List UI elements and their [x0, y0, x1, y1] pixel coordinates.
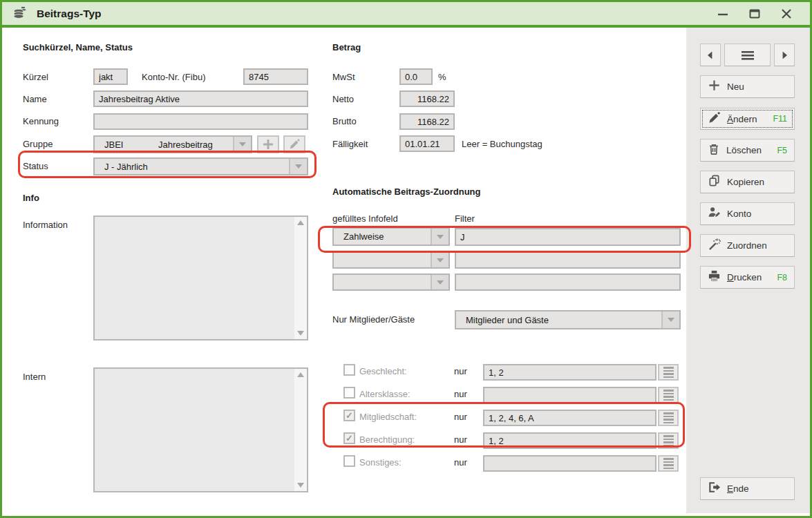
- wand-icon: [708, 238, 721, 253]
- mitgliedschaft-list-button[interactable]: [658, 410, 679, 426]
- sonstiges-list-button[interactable]: [658, 455, 679, 472]
- infofeld-select-1[interactable]: [332, 251, 450, 269]
- intern-textarea[interactable]: [93, 367, 308, 492]
- faelligkeit-input[interactable]: [399, 135, 455, 152]
- infofeld-select-0[interactable]: Zahlweise: [332, 227, 450, 246]
- netto-input[interactable]: [399, 90, 455, 107]
- gruppe-name: Jahresbeitrag: [142, 140, 233, 150]
- geschlecht-checkbox[interactable]: ✓: [343, 364, 355, 376]
- exit-icon: [708, 481, 721, 497]
- next-record-button[interactable]: [774, 44, 795, 66]
- konto-input[interactable]: [243, 68, 308, 85]
- berechtigung-input[interactable]: [483, 432, 657, 449]
- chevron-down-icon[interactable]: [661, 311, 679, 328]
- coins-icon: [12, 4, 28, 23]
- record-menu-button[interactable]: [724, 44, 771, 66]
- faelligkeit-hint: Leer = Buchungstag: [462, 139, 542, 149]
- neu-label: Neu: [727, 81, 744, 92]
- mitglieder-label: Nur Mitglieder/Gäste: [332, 314, 415, 325]
- information-scrollbar[interactable]: [294, 217, 307, 339]
- status-value: J - Jährlich: [95, 162, 289, 172]
- altersklasse-input[interactable]: [483, 387, 657, 403]
- drucken-button[interactable]: Drucken F8: [700, 266, 795, 289]
- sonstiges-label: Sonstiges:: [359, 457, 402, 468]
- chevron-down-icon[interactable]: [431, 253, 449, 267]
- name-input[interactable]: [93, 90, 308, 107]
- scroll-up-icon[interactable]: [297, 372, 304, 377]
- sonstiges-input[interactable]: [483, 455, 657, 472]
- kuerzel-input[interactable]: [93, 68, 128, 85]
- status-label: Status: [23, 161, 48, 171]
- section-heading-suchkuerzel: Suchkürzel, Name, Status: [23, 42, 133, 52]
- konto-label: Konto-Nr. (Fibu): [142, 72, 205, 82]
- close-icon[interactable]: [778, 6, 795, 22]
- aendern-button[interactable]: Ändern F11: [700, 108, 795, 130]
- scroll-down-icon[interactable]: [297, 331, 304, 336]
- brutto-label: Brutto: [332, 116, 357, 126]
- gruppe-add-button[interactable]: [257, 135, 279, 153]
- sonstiges-checkbox[interactable]: ✓: [343, 455, 355, 467]
- gruppe-label: Gruppe: [23, 139, 53, 149]
- gruppe-select[interactable]: JBEI Jahresbeitrag: [93, 135, 252, 153]
- sonstiges-nur-label: nur: [454, 457, 467, 468]
- zuordnen-button[interactable]: Zuordnen: [700, 234, 795, 257]
- kopieren-label: Kopieren: [727, 177, 764, 187]
- geschlecht-input[interactable]: [483, 364, 657, 381]
- chevron-down-icon[interactable]: [289, 159, 307, 174]
- filter-column-label: Filter: [455, 213, 475, 224]
- altersklasse-list-button[interactable]: [658, 387, 679, 403]
- chevron-down-icon[interactable]: [233, 137, 251, 152]
- chevron-down-icon[interactable]: [431, 229, 449, 244]
- brutto-input[interactable]: [399, 113, 455, 130]
- status-select[interactable]: J - Jährlich: [93, 157, 308, 175]
- berechtigung-list-button[interactable]: [658, 432, 679, 449]
- gruppe-edit-button[interactable]: [283, 135, 305, 153]
- check-icon: ✓: [346, 410, 353, 421]
- berechtigung-checkbox[interactable]: ✓: [343, 432, 355, 444]
- chevron-down-icon[interactable]: [431, 275, 449, 289]
- main-area: Suchkürzel, Name, Status Kürzel Konto-Nr…: [2, 28, 810, 513]
- geschlecht-list-button[interactable]: [658, 364, 679, 381]
- mwst-input[interactable]: [399, 68, 433, 85]
- konto-button[interactable]: Konto: [700, 202, 795, 225]
- ende-button[interactable]: Ende: [700, 477, 795, 500]
- window-title: Beitrags-Typ: [37, 8, 102, 20]
- mitgliedschaft-label: Mitgliedschaft:: [359, 412, 417, 422]
- section-heading-betrag: Betrag: [332, 42, 361, 52]
- kopieren-button[interactable]: Kopieren: [700, 171, 795, 193]
- berechtigung-nur-label: nur: [454, 434, 467, 445]
- scroll-down-icon[interactable]: [297, 483, 304, 488]
- check-icon: ✓: [346, 433, 353, 443]
- mwst-unit: %: [438, 72, 446, 82]
- prev-record-button[interactable]: [700, 44, 721, 66]
- minimize-icon[interactable]: [715, 6, 731, 22]
- gruppe-code: JBEI: [95, 140, 142, 150]
- mitglieder-select[interactable]: Mitglieder und Gäste: [455, 310, 681, 329]
- intern-label: Intern: [23, 372, 46, 382]
- faelligkeit-label: Fälligkeit: [332, 139, 368, 149]
- infofeld-select-2[interactable]: [332, 274, 450, 291]
- loeschen-button[interactable]: Löschen F5: [700, 139, 795, 162]
- loeschen-fkey: F5: [777, 146, 787, 155]
- filter-input-1[interactable]: [455, 251, 681, 269]
- trash-icon: [708, 142, 720, 158]
- filter-input-2[interactable]: [455, 274, 681, 291]
- maximize-icon[interactable]: [746, 6, 763, 22]
- mitgliedschaft-nur-label: nur: [454, 412, 467, 422]
- titlebar: Beitrags-Typ: [2, 2, 810, 28]
- window-controls: [715, 6, 800, 22]
- mitgliedschaft-input[interactable]: [483, 410, 657, 426]
- filter-input-0[interactable]: [455, 228, 681, 246]
- ende-label: Ende: [727, 483, 749, 494]
- altersklasse-checkbox[interactable]: ✓: [343, 387, 355, 399]
- mitgliedschaft-checkbox[interactable]: ✓: [343, 410, 355, 421]
- scroll-up-icon[interactable]: [297, 220, 304, 225]
- mitglieder-value: Mitglieder und Gäste: [456, 315, 661, 325]
- aendern-label: Ändern: [727, 114, 757, 124]
- kennung-input[interactable]: [93, 113, 308, 130]
- printer-icon: [708, 269, 721, 285]
- information-textarea[interactable]: [93, 215, 308, 340]
- intern-scrollbar[interactable]: [294, 369, 307, 491]
- geschlecht-label: Geschlecht:: [359, 366, 407, 376]
- neu-button[interactable]: Neu: [700, 75, 795, 98]
